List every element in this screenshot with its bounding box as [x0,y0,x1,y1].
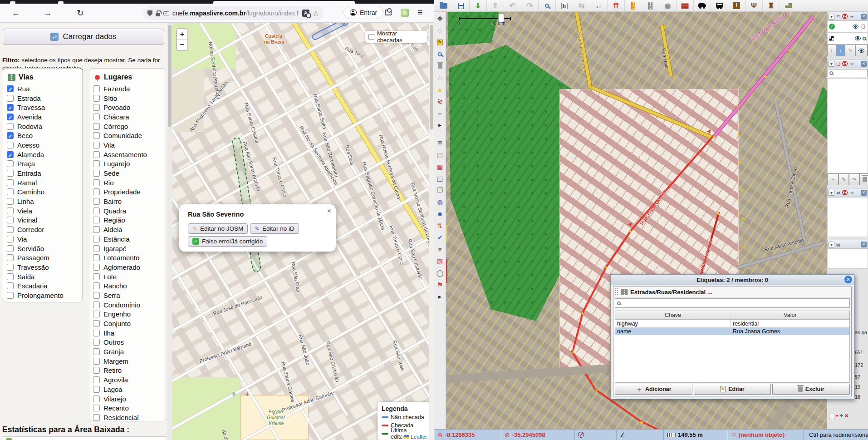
lugar-filter-checkbox[interactable]: Agrovila [89,375,166,385]
preferences-button[interactable] [556,0,573,11]
checkbox[interactable] [7,273,14,280]
lugar-filter-checkbox[interactable]: Propriedade [89,188,166,197]
layer-visibility-button[interactable] [855,44,868,56]
lugar-filter-checkbox[interactable]: Serra [89,291,166,300]
command-stack-toggle[interactable]: ✔ [435,232,446,243]
presets-toggle[interactable]: ❒ [435,184,446,196]
imagery-toggle[interactable]: ◍ [435,196,446,208]
via-filter-checkbox[interactable]: Passagem [3,253,82,262]
node-marker[interactable]: + [738,159,742,166]
node-marker[interactable]: + [589,84,593,90]
highway-gray-button[interactable] [642,0,659,11]
tag-row[interactable]: name Rua Joana Gomes [615,327,849,335]
via-filter-checkbox[interactable]: Ramal [3,178,82,188]
lugar-filter-checkbox[interactable]: Igarapé [89,244,166,253]
lugar-filter-checkbox[interactable]: Retiro [89,366,166,376]
checkbox[interactable] [7,170,14,177]
checkbox[interactable] [93,254,100,261]
save-button[interactable] [452,0,470,11]
checkbox[interactable] [7,292,14,299]
redo-button[interactable]: ↷ [521,0,539,11]
lugar-filter-checkbox[interactable]: Vila [89,140,166,150]
tab-strip[interactable] [0,0,434,4]
checkbox[interactable] [93,339,100,346]
lugar-filter-checkbox[interactable]: Aldeia [89,225,166,234]
car-button[interactable] [694,0,711,11]
measurement-toggle[interactable]: ◯ [435,267,446,279]
edit-tag-button[interactable]: ✎Editar [694,384,771,395]
conflicts-toggle[interactable]: ⇅ [435,220,446,232]
expander-icon[interactable]: ▸ [435,119,446,131]
highway-orange-button[interactable] [625,0,642,11]
lugar-filter-checkbox[interactable]: Córrego [89,122,166,131]
combine-way-button[interactable]: ⇈ [608,0,625,11]
expander2-icon[interactable]: ▸ [435,291,446,302]
authors-toggle[interactable]: ☻ [435,208,446,220]
progress-icon[interactable] [829,414,834,419]
restaurant-button[interactable]: Ψ [745,0,763,11]
checkbox[interactable] [93,217,100,223]
node-marker[interactable]: + [741,215,745,222]
tag-row[interactable]: highway residential [615,320,849,327]
node-marker[interactable]: + [628,228,632,235]
checkbox[interactable] [93,414,100,421]
checkbox[interactable] [7,217,14,223]
delete-tool[interactable] [435,60,446,72]
search-button[interactable]: ↷ [849,173,859,185]
selection-list[interactable] [827,78,868,173]
checkbox[interactable] [93,348,100,355]
checkbox[interactable] [93,95,100,102]
checkbox[interactable] [7,282,14,289]
lugar-filter-checkbox[interactable]: Residencial [89,413,166,421]
notes-toggle[interactable]: ⚑ [435,279,446,291]
via-filter-checkbox[interactable]: Beco [3,131,82,140]
unglue-button[interactable]: ⇆ [573,0,590,11]
zoom-in-button[interactable]: + [177,29,187,40]
via-filter-checkbox[interactable]: Estrada [3,94,82,103]
layers-toggle[interactable]: ≣ [435,137,446,149]
via-filter-checkbox[interactable]: Servidão [3,244,82,253]
checkbox[interactable] [93,282,100,289]
zoom-button[interactable] [539,0,556,11]
checkbox[interactable] [93,114,100,120]
lugar-filter-checkbox[interactable]: Ilha [89,328,166,338]
checkbox[interactable] [93,245,100,252]
node-marker[interactable]: + [742,243,746,250]
lasso-tool[interactable]: ◌ [435,25,446,36]
collapse-icon[interactable]: ▾ [829,14,834,20]
checkbox[interactable] [93,302,100,308]
pin-icon[interactable]: ⇥ [848,14,854,20]
lugar-filter-checkbox[interactable]: Engenho [89,310,166,319]
split-way-button[interactable]: ↔ [590,0,608,11]
show-checked-toggle[interactable]: Mostrar checadas [365,31,427,43]
lugar-filter-checkbox[interactable]: Conjunto [89,319,166,328]
download-button[interactable]: ⇓ [470,0,487,11]
checkbox[interactable] [93,188,100,195]
imagery-layer-row[interactable] [827,33,868,44]
dropdown-icon[interactable]: ▾ [836,414,838,419]
reload-button[interactable]: ↻ [73,6,88,20]
lugar-filter-checkbox[interactable]: Região [89,216,166,225]
checkbox[interactable] [7,208,14,214]
delete-button[interactable] [859,173,868,185]
lugar-filter-checkbox[interactable]: Margem [89,356,166,366]
zoom-slider-handle[interactable] [498,14,504,22]
page-scrollbar[interactable] [429,23,434,440]
add-tag-button[interactable]: ＋Adicionar [615,384,692,395]
collapse-icon[interactable]: ▾ [829,242,834,247]
filter-toggle[interactable]: ▼ [435,243,446,255]
checkbox[interactable] [7,245,14,252]
dialog-titlebar[interactable]: Etiquetas: 2 / membros: 0 ✕ [611,275,854,285]
conflicts-list[interactable] [827,197,868,237]
add-button[interactable]: ＋ [827,173,839,185]
checkbox[interactable] [93,160,100,167]
checkbox[interactable] [93,320,100,327]
undo-button[interactable]: ↶ [504,0,521,11]
mappaint-toggle[interactable]: ▤ [435,149,446,161]
lugar-filter-checkbox[interactable]: Loteamento [89,253,166,262]
help-icon[interactable] [842,190,848,195]
collapse-icon[interactable]: ▾ [829,190,834,196]
via-filter-checkbox[interactable]: Rodovia [3,122,82,131]
checkbox[interactable] [7,151,14,158]
checkbox[interactable] [93,396,100,402]
